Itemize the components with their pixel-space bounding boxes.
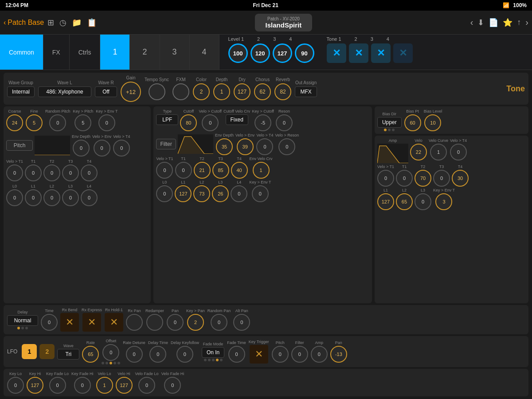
key-hi-knob[interactable]: 127 (27, 377, 43, 394)
velo-fade-lo-knob[interactable]: 0 (138, 377, 155, 394)
amp-velo-t4-knob[interactable]: 0 (450, 144, 467, 160)
lfo-rate-knob[interactable]: 65 (82, 346, 99, 363)
pitch-velo-env-knob[interactable]: 0 (94, 140, 110, 156)
lfo-delay-keyfollow-knob[interactable]: 0 (176, 346, 193, 363)
bias-level-knob[interactable]: 10 (424, 114, 441, 131)
fine-knob[interactable]: 5 (26, 114, 43, 131)
back-button[interactable]: ‹ Patch Base (4, 19, 44, 27)
a-l2-knob[interactable]: 65 (396, 193, 413, 210)
lfo-pitch-knob[interactable]: 0 (272, 346, 289, 363)
p-l2-knob[interactable]: 0 (43, 189, 60, 206)
download-icon[interactable]: ⬇ (477, 18, 484, 27)
lfo-fade-time-knob[interactable]: 0 (228, 346, 245, 363)
chevron-right-nav[interactable]: › (525, 17, 528, 27)
f-l0-knob[interactable]: 0 (156, 185, 173, 202)
dry-knob[interactable]: 127 (234, 83, 250, 100)
f-velo-reson-knob[interactable]: 0 (278, 138, 295, 155)
f-l3-knob[interactable]: 26 (212, 185, 229, 202)
key-fade-hi-knob[interactable]: 0 (74, 377, 91, 394)
p-t3-knob[interactable]: 0 (62, 164, 79, 181)
gain-knob[interactable]: +12 (121, 82, 141, 102)
tab-num-2[interactable]: 2 (130, 35, 160, 70)
velo-hi-knob[interactable]: 127 (116, 377, 133, 394)
wave-r-value[interactable]: Off (95, 86, 117, 97)
coarse-knob[interactable]: 24 (6, 114, 23, 131)
chevron-left-nav[interactable]: ‹ (470, 17, 473, 27)
depth-knob[interactable]: 1 (213, 83, 230, 100)
folder-icon[interactable]: 📁 (72, 18, 82, 27)
lfo-offset-knob[interactable]: 0 (102, 344, 119, 361)
p-t4-knob[interactable]: 0 (81, 164, 98, 181)
tone-1-btn[interactable]: ✕ (327, 43, 346, 63)
f-t3-knob[interactable]: 85 (212, 162, 229, 179)
p-l1-knob[interactable]: 0 (25, 189, 42, 206)
key-pitch-knob[interactable]: 5 (74, 114, 91, 131)
reverb-knob[interactable]: 82 (274, 83, 291, 100)
rx-bend-btn[interactable]: ✕ (60, 313, 79, 332)
lfo-key-trigger-btn[interactable]: ✕ (250, 345, 268, 364)
p-l4-knob[interactable]: 0 (81, 189, 98, 206)
level-2-knob[interactable]: 120 (250, 43, 270, 63)
tab-num-4[interactable]: 4 (190, 35, 219, 70)
velo-cutoff-knob[interactable]: 0 (202, 114, 219, 131)
key-fade-lo-knob[interactable]: 0 (49, 377, 66, 394)
lfo-amp-knob[interactable]: 0 (311, 346, 328, 363)
lfo-fade-mode-value[interactable]: On In (202, 347, 224, 358)
color-knob[interactable]: 2 (193, 83, 210, 100)
a-key-env-t-knob[interactable]: 3 (435, 193, 452, 210)
cutoff-velo-crv-value[interactable]: Fixed (226, 114, 248, 125)
f-t4-knob[interactable]: 40 (231, 162, 248, 179)
key-cutoff-knob[interactable]: -5 (254, 114, 271, 131)
reson-knob[interactable]: 0 (276, 114, 293, 131)
star-icon[interactable]: ⭐ (503, 18, 512, 27)
lfo-wave-value[interactable]: Tri (57, 349, 79, 360)
out-assign-value[interactable]: MFX (295, 86, 317, 97)
rx-express-btn[interactable]: ✕ (82, 313, 101, 332)
pan-knob[interactable]: 0 (167, 314, 184, 331)
a-t2-knob[interactable]: 70 (415, 170, 431, 187)
rx-hold-btn[interactable]: ✕ (105, 313, 123, 332)
velo-fade-hi-knob[interactable]: 0 (164, 377, 181, 394)
a-t3-knob[interactable]: 0 (433, 170, 450, 187)
key-lo-knob[interactable]: 0 (7, 377, 24, 394)
f-velo-env-knob[interactable]: 39 (237, 138, 254, 155)
level-3-knob[interactable]: 127 (273, 43, 292, 63)
f-key-env-t-knob[interactable]: 0 (252, 185, 269, 202)
p-l3-knob[interactable]: 0 (62, 189, 79, 206)
wave-group-value[interactable]: Internal (7, 86, 35, 97)
random-pitch-knob[interactable]: 0 (49, 114, 66, 131)
f-velo-t1-knob[interactable]: 0 (156, 162, 173, 179)
copy-icon[interactable]: 📋 (87, 18, 97, 27)
f-l1-knob[interactable]: 127 (175, 185, 192, 202)
lfo-btn-2[interactable]: 2 (39, 344, 55, 359)
lfo-rate-detune-knob[interactable]: 0 (126, 346, 143, 363)
f-t2-knob[interactable]: 21 (194, 162, 211, 179)
lfo-pan-knob[interactable]: -13 (330, 346, 347, 363)
cutoff-knob[interactable]: 80 (180, 114, 197, 131)
chorus-knob[interactable]: 62 (254, 83, 271, 100)
p-t2-knob[interactable]: 0 (43, 164, 60, 181)
tab-num-1[interactable]: 1 (100, 35, 130, 70)
a-t1-knob[interactable]: 0 (396, 170, 413, 187)
key-env-t-knob[interactable]: 0 (98, 114, 115, 131)
tone-2-btn[interactable]: ✕ (349, 43, 368, 63)
wave-l-value[interactable]: 486: Xylophone (38, 86, 91, 97)
share-icon[interactable]: ↑ (517, 18, 521, 27)
filter-type-value[interactable]: LPF (156, 114, 178, 125)
alt-pan-knob[interactable]: 0 (233, 314, 250, 331)
pitch-velo-t4-knob[interactable]: 0 (113, 140, 130, 156)
tab-fx[interactable]: FX (43, 35, 70, 70)
p-t1-knob[interactable]: 0 (25, 164, 42, 181)
random-pan-knob[interactable]: 0 (211, 314, 227, 331)
delay-time-knob[interactable]: 0 (41, 314, 58, 331)
key-pan-knob[interactable]: 2 (187, 314, 204, 331)
level-1-knob[interactable]: 100 (228, 43, 248, 63)
pitch-env-depth-knob[interactable]: 0 (73, 140, 90, 156)
amp-velo-knob[interactable]: 22 (410, 144, 427, 160)
rx-pan-knob[interactable] (126, 314, 143, 331)
a-velo-t1-knob[interactable]: 0 (377, 170, 394, 187)
tone-3-btn[interactable]: ✕ (371, 43, 391, 63)
lfo-btn-1[interactable]: 1 (22, 344, 37, 359)
doc-icon[interactable]: 📄 (489, 18, 498, 27)
velo-lo-knob[interactable]: 1 (96, 377, 113, 394)
